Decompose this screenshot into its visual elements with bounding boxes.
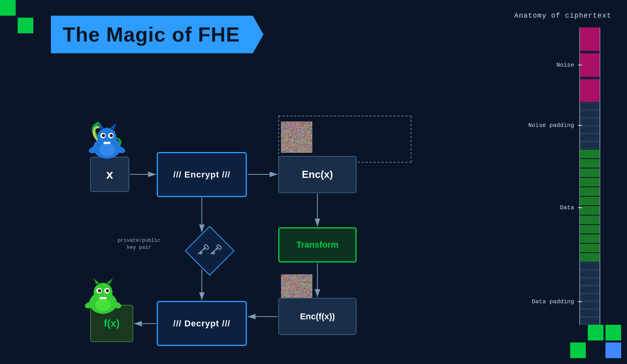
svg-rect-2 — [35, 0, 51, 16]
svg-rect-45 — [580, 110, 600, 118]
svg-rect-43 — [580, 79, 600, 102]
svg-rect-46 — [580, 118, 600, 125]
svg-rect-85 — [570, 325, 586, 340]
svg-rect-5 — [0, 35, 16, 51]
svg-rect-61 — [580, 253, 600, 262]
svg-rect-84 — [570, 342, 586, 358]
anatomy-title: Anatomy of ciphertext — [506, 12, 611, 20]
svg-rect-40 — [580, 52, 600, 53]
encrypt-label: /// Encrypt /// — [173, 170, 230, 180]
decrypt-box: /// Decrypt /// — [157, 301, 247, 346]
decrypt-label: /// Decrypt /// — [173, 319, 230, 329]
svg-text:Data: Data — [560, 205, 574, 211]
enc-x-box: Enc(x) — [278, 156, 357, 193]
svg-rect-58 — [580, 225, 600, 234]
key-pair-label: private/public key pair — [118, 237, 160, 251]
svg-rect-50 — [580, 150, 600, 158]
svg-rect-64 — [580, 278, 600, 285]
svg-rect-71 — [600, 27, 600, 325]
svg-point-33 — [98, 289, 101, 292]
key-icons: 🗝️🗝️ — [190, 230, 229, 270]
diagram-area: x /// Encrypt /// Enc(x) Transform Enc(f… — [39, 59, 411, 333]
svg-rect-82 — [605, 342, 621, 358]
corner-br-decoration — [549, 286, 627, 364]
transform-box: Transform — [278, 227, 357, 263]
svg-rect-56 — [580, 206, 600, 215]
svg-rect-1 — [18, 0, 33, 16]
svg-rect-54 — [580, 187, 600, 196]
svg-text:Noise padding: Noise padding — [528, 122, 574, 129]
svg-point-26 — [99, 143, 115, 156]
svg-rect-57 — [580, 216, 600, 224]
svg-point-22 — [110, 134, 113, 137]
svg-rect-63 — [580, 270, 600, 277]
svg-rect-62 — [580, 263, 600, 270]
svg-marker-30 — [107, 278, 113, 284]
svg-rect-4 — [18, 18, 33, 33]
svg-rect-52 — [580, 168, 600, 177]
encx-label: Enc(x) — [302, 168, 333, 181]
keys-emoji: 🗝️🗝️ — [197, 244, 222, 256]
title-banner: The Magic of FHE — [51, 16, 263, 53]
svg-rect-81 — [605, 325, 621, 340]
svg-rect-48 — [580, 134, 600, 141]
svg-rect-41 — [580, 53, 600, 77]
blue-creature — [85, 122, 129, 161]
encrypt-box: /// Encrypt /// — [157, 152, 247, 197]
svg-point-38 — [95, 299, 111, 311]
enc-fx-box: Enc(f(x)) — [278, 298, 357, 335]
svg-marker-29 — [93, 278, 100, 284]
svg-rect-51 — [580, 159, 600, 168]
svg-rect-44 — [580, 103, 600, 110]
svg-rect-39 — [580, 27, 600, 51]
page-title: The Magic of FHE — [63, 23, 240, 46]
noise-texture-top — [281, 121, 312, 153]
svg-rect-70 — [579, 27, 580, 325]
svg-rect-42 — [580, 78, 600, 78]
svg-marker-18 — [111, 123, 117, 129]
svg-rect-83 — [588, 342, 603, 358]
svg-point-34 — [106, 289, 109, 292]
x-label: x — [106, 167, 113, 182]
svg-rect-60 — [580, 244, 600, 252]
encfx-label: Enc(f(x)) — [300, 311, 335, 322]
input-x-box: x — [90, 157, 129, 192]
fx-label: f(x) — [104, 317, 120, 330]
svg-rect-59 — [580, 234, 600, 243]
svg-text:Noise: Noise — [556, 62, 574, 69]
svg-rect-49 — [580, 142, 600, 149]
svg-marker-17 — [97, 123, 103, 129]
svg-rect-53 — [580, 178, 600, 187]
transform-label: Transform — [296, 240, 339, 250]
svg-rect-0 — [0, 0, 16, 16]
svg-point-21 — [102, 134, 105, 137]
svg-rect-3 — [0, 18, 16, 33]
green-creature — [82, 277, 125, 317]
key-pair-text: private/public key pair — [118, 237, 160, 250]
svg-rect-80 — [588, 325, 603, 340]
corner-tl-decoration — [0, 0, 51, 51]
svg-rect-47 — [580, 126, 600, 133]
svg-rect-55 — [580, 197, 600, 205]
